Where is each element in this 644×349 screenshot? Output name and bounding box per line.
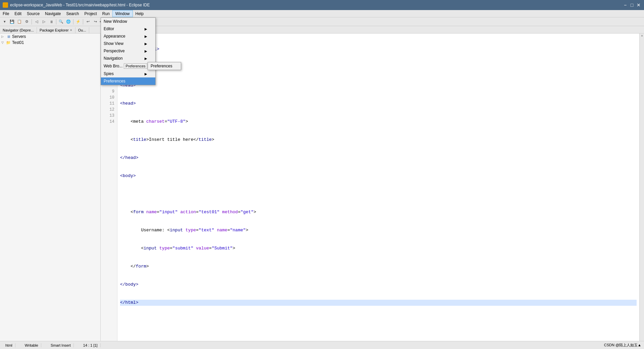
tab-outline-label: Ou... — [78, 28, 86, 32]
menu-project[interactable]: Project — [82, 10, 99, 17]
right-panel: ≡ — [639, 34, 644, 341]
toolbar-btn-4[interactable]: ⚙ — [23, 18, 30, 25]
menu-item-navigation-label: Navigation — [104, 56, 123, 61]
code-line-2: <head> — [120, 82, 637, 89]
toolbar-btn-9[interactable]: 🌐 — [65, 18, 72, 25]
toolbar-sep-1 — [32, 19, 32, 24]
status-position: 14 : 1 [1] — [80, 343, 101, 347]
menu-item-new-window-label: New Window — [104, 19, 127, 24]
toolbar: ▾ 💾 📋 ⚙ ◁ ▷ ⏸ 🔍 🌐 ⚡ ↩ ↪ ↩↩ ↪↪ — [0, 17, 644, 26]
menu-item-editor-label: Editor — [104, 26, 114, 31]
code-line-12: </form> — [120, 264, 637, 270]
submenu-preferences[interactable]: Preferences — [148, 62, 181, 70]
menu-edit[interactable]: Edit — [12, 10, 24, 17]
menu-item-preferences-label: Preferences — [104, 79, 125, 83]
menu-item-show-view-label: Show View — [104, 41, 123, 46]
right-panel-label: ≡ — [640, 35, 644, 37]
tab-package-explorer[interactable]: Package Explorer ✕ — [37, 27, 75, 33]
menu-item-web-browser[interactable]: Web Bro... Preferences — [101, 62, 155, 70]
menu-item-appearance-label: Appearance — [104, 34, 125, 39]
window-title: eclipse-workspace_JavaWeb - Test01/src/m… — [10, 3, 150, 7]
menu-navigate[interactable]: Navigate — [42, 10, 63, 17]
toolbar-sep-3 — [73, 19, 73, 24]
tab-package-label: Package Explorer — [40, 28, 69, 32]
title-bar: eclipse-workspace_JavaWeb - Test01/src/m… — [0, 0, 644, 10]
show-view-arrow: ▶ — [145, 42, 147, 46]
toolbar-btn-5[interactable]: ◁ — [33, 18, 40, 25]
menu-item-perspective-label: Perspective — [104, 49, 125, 53]
tab-navigator[interactable]: Navigator (Depre... — [0, 27, 37, 33]
tree-item-servers[interactable]: ▷ 🖥 Servers — [0, 34, 100, 40]
menu-item-appearance[interactable]: Appearance ▶ — [101, 33, 155, 40]
test01-arrow: ▽ — [1, 41, 5, 44]
tab-navigator-label: Navigator (Depre... — [3, 28, 34, 32]
status-mode: Writable — [22, 343, 41, 347]
toolbar-btn-2[interactable]: 💾 — [9, 18, 15, 25]
spies-arrow: ▶ — [145, 72, 147, 76]
menu-run[interactable]: Run — [100, 10, 112, 17]
menu-item-show-view[interactable]: Show View ▶ — [101, 40, 155, 47]
code-line-doctype: <!DOCTYPE html> — [120, 46, 637, 52]
tab-outline[interactable]: Ou... — [75, 27, 89, 33]
code-line-1: <html> — [120, 64, 637, 70]
code-line-9: <form name="input" action="test01" metho… — [120, 209, 637, 215]
toolbar-btn-6[interactable]: ▷ — [41, 18, 47, 25]
code-line-4: <meta charset="UTF-8"> — [120, 119, 637, 125]
toolbar-btn-8[interactable]: 🔍 — [58, 18, 64, 25]
menu-item-spies[interactable]: Spies ▶ — [101, 70, 155, 77]
servers-label: Servers — [12, 34, 26, 39]
code-line-13: </body> — [120, 282, 637, 288]
menu-source[interactable]: Source — [24, 10, 42, 17]
toolbar-sep-4 — [83, 19, 83, 24]
toolbar-btn-3[interactable]: 📋 — [16, 18, 23, 25]
maximize-button[interactable]: □ — [629, 2, 635, 8]
code-line-11: <input type="submit" value="Submit"> — [120, 245, 637, 251]
navigation-arrow: ▶ — [145, 57, 147, 60]
toolbar-btn-12[interactable]: ↪ — [92, 18, 99, 25]
tree-item-test01[interactable]: ▽ 📁 Test01 — [0, 40, 100, 46]
toolbar-btn-11[interactable]: ↩ — [85, 18, 91, 25]
toolbar-btn-10[interactable]: ⚡ — [75, 18, 82, 25]
menu-window[interactable]: Window — [112, 10, 133, 17]
perspective-arrow: ▶ — [145, 49, 147, 53]
code-line-14: </html> — [120, 300, 637, 306]
editor-arrow: ▶ — [145, 27, 147, 31]
code-line-3: <head> — [120, 101, 637, 107]
code-line-5: <title>Insert title here</title> — [120, 137, 637, 143]
menu-search[interactable]: Search — [63, 10, 82, 17]
code-line-6: </head> — [120, 155, 637, 161]
menu-item-spies-label: Spies — [104, 71, 114, 76]
code-line-8 — [120, 191, 637, 197]
toolbar-btn-7[interactable]: ⏸ — [48, 18, 55, 25]
tab-package-close[interactable]: ✕ — [70, 28, 72, 32]
editor-area[interactable]: 1 2 3 4 5 6 7 9 10 11 12 13 14 <!DOCTYPE… — [101, 34, 639, 341]
minimize-button[interactable]: − — [623, 2, 628, 8]
code-line-10: Username: <input type="text" name="name"… — [120, 227, 637, 233]
title-bar-left: eclipse-workspace_JavaWeb - Test01/src/m… — [3, 2, 150, 8]
menu-help[interactable]: Help — [133, 10, 147, 17]
status-watermark: CSDN @陌上人如玉▲ — [604, 343, 641, 348]
preferences-inline-label: Preferences — [124, 63, 147, 69]
status-insert: Smart Insert — [48, 343, 74, 347]
toolbar-btn-1[interactable]: ▾ — [1, 18, 8, 25]
servers-arrow: ▷ — [1, 35, 5, 38]
menu-bar: File Edit Source Navigate Search Project… — [0, 10, 644, 17]
status-bar: html Writable Smart Insert 14 : 1 [1] CS… — [0, 341, 644, 349]
window-controls: − □ ✕ — [623, 2, 641, 8]
menu-item-preferences[interactable]: Preferences — [101, 77, 155, 85]
menu-item-editor[interactable]: Editor ▶ — [101, 25, 155, 33]
code-content: 1 2 3 4 5 6 7 9 10 11 12 13 14 <!DOCTYPE… — [101, 34, 639, 341]
status-filetype: html — [3, 343, 15, 347]
menu-item-navigation[interactable]: Navigation ▶ — [101, 55, 155, 62]
menu-file[interactable]: File — [0, 10, 12, 17]
test01-label: Test01 — [12, 40, 24, 45]
menu-item-perspective[interactable]: Perspective ▶ — [101, 47, 155, 55]
eclipse-icon — [3, 2, 8, 8]
menu-item-new-window[interactable]: New Window — [101, 18, 155, 25]
window-dropdown: New Window Editor ▶ Appearance ▶ Show Vi… — [101, 17, 156, 85]
code-lines[interactable]: <!DOCTYPE html> <html> <head> <head> <me… — [117, 34, 639, 341]
main-area: ▷ 🖥 Servers ▽ 📁 Test01 1 2 3 4 5 6 7 9 — [0, 34, 644, 341]
tabs-row: Navigator (Depre... Package Explorer ✕ O… — [0, 26, 644, 34]
close-button[interactable]: ✕ — [636, 2, 641, 8]
code-line-7: <body> — [120, 173, 637, 179]
